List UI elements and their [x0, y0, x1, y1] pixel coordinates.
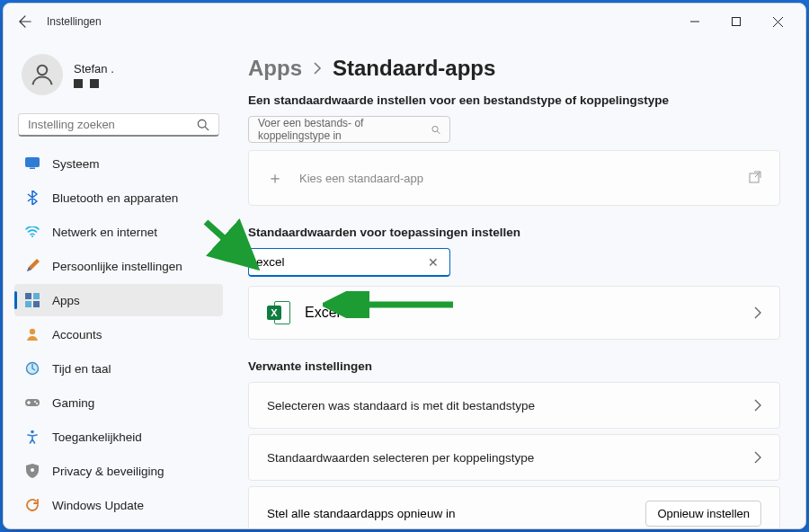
- related-row-linktype[interactable]: Standaardwaarden selecteren per koppelin…: [248, 434, 780, 481]
- reset-row: Stel alle standaardapps opnieuw in Opnie…: [248, 486, 780, 528]
- profile-name: Stefan .: [74, 62, 114, 75]
- section-related-heading: Verwante instellingen: [248, 359, 780, 373]
- nav-label: Accounts: [52, 328, 102, 341]
- choose-default-app[interactable]: ＋ Kies een standaard-app: [248, 150, 780, 206]
- nav-label: Windows Update: [52, 499, 144, 512]
- gaming-icon: [25, 395, 40, 410]
- accessibility-icon: [25, 430, 40, 444]
- display-icon: [25, 156, 40, 171]
- close-button[interactable]: [757, 7, 798, 36]
- minimize-button[interactable]: [674, 7, 716, 36]
- svg-line-6: [205, 127, 209, 130]
- nav-label: Netwerk en internet: [52, 226, 157, 239]
- related-row-filetype[interactable]: Selecteren was standaard is met dit best…: [248, 382, 780, 429]
- sidebar-item-apps[interactable]: Apps: [14, 284, 223, 316]
- filetype-input[interactable]: Voer een bestands- of koppelingstype in: [248, 116, 450, 143]
- choose-label: Kies een standaard-app: [299, 172, 423, 185]
- section-filetype-heading: Een standaardwaarde instellen voor een b…: [248, 93, 780, 107]
- maximize-icon: [732, 17, 741, 26]
- sidebar-item-system[interactable]: Systeem: [14, 147, 223, 180]
- back-button[interactable]: [11, 7, 40, 36]
- row-label: Selecteren was standaard is met dit best…: [267, 399, 535, 412]
- app-result-label: Excel: [305, 305, 340, 321]
- sidebar-item-network[interactable]: Netwerk en internet: [14, 216, 223, 248]
- nav-label: Systeem: [52, 157, 100, 171]
- svg-rect-13: [33, 301, 40, 307]
- window-controls: [674, 7, 798, 36]
- profile-sub: [74, 79, 114, 88]
- close-icon: [773, 17, 783, 27]
- svg-rect-11: [33, 293, 40, 299]
- excel-icon: X: [267, 301, 290, 324]
- person-icon: [29, 61, 56, 88]
- sidebar-item-accounts[interactable]: Accounts: [14, 318, 223, 350]
- update-icon: [25, 498, 40, 512]
- nav-label: Tijd en taal: [52, 362, 111, 376]
- sidebar-item-update[interactable]: Windows Update: [14, 489, 223, 521]
- sidebar-item-accessibility[interactable]: Toegankelijkheid: [14, 421, 223, 453]
- search-icon: [431, 125, 440, 135]
- app-result-excel[interactable]: X Excel: [248, 286, 780, 340]
- chevron-right-icon: [754, 451, 761, 464]
- titlebar: Instellingen: [4, 4, 805, 40]
- svg-point-14: [30, 329, 35, 334]
- app-search[interactable]: ✕: [248, 248, 450, 277]
- breadcrumb-current: Standaard-apps: [333, 56, 495, 81]
- nav-label: Gaming: [52, 396, 94, 410]
- account-icon: [25, 327, 40, 341]
- svg-point-17: [34, 401, 36, 403]
- arrow-left-icon: [19, 15, 31, 28]
- svg-point-21: [432, 126, 438, 131]
- search-icon: [197, 119, 209, 131]
- svg-rect-1: [733, 18, 741, 26]
- minimize-icon: [690, 17, 699, 26]
- chevron-right-icon: [313, 62, 322, 75]
- sidebar-item-personal[interactable]: Persoonlijke instellingen: [14, 250, 223, 282]
- breadcrumb: Apps Standaard-apps: [248, 56, 780, 81]
- plus-icon: ＋: [267, 167, 283, 189]
- clear-button[interactable]: ✕: [424, 255, 442, 270]
- app-search-input[interactable]: [256, 255, 424, 269]
- sidebar-item-time[interactable]: Tijd en taal: [14, 352, 223, 385]
- sidebar-item-privacy[interactable]: Privacy & beveiliging: [14, 455, 223, 487]
- sidebar-item-gaming[interactable]: Gaming: [14, 386, 223, 419]
- sidebar: Stefan . Systeem Bluetooth en apparaten: [4, 40, 230, 528]
- profile[interactable]: Stefan .: [14, 40, 223, 106]
- main: Apps Standaard-apps Een standaardwaarde …: [230, 40, 805, 528]
- open-external-icon: [749, 171, 761, 186]
- chevron-right-icon: [754, 399, 761, 412]
- svg-line-22: [438, 131, 440, 134]
- maximize-button[interactable]: [716, 7, 757, 36]
- settings-search[interactable]: [18, 113, 219, 137]
- svg-point-9: [31, 235, 33, 237]
- bluetooth-icon: [25, 191, 40, 205]
- nav-label: Privacy & beveiliging: [52, 465, 164, 478]
- nav-label: Persoonlijke instellingen: [52, 260, 182, 273]
- avatar: [22, 54, 63, 95]
- svg-point-18: [36, 403, 38, 404]
- svg-point-5: [198, 120, 206, 128]
- breadcrumb-parent[interactable]: Apps: [248, 56, 302, 81]
- svg-point-20: [31, 468, 34, 472]
- svg-rect-10: [25, 293, 31, 299]
- sidebar-item-bluetooth[interactable]: Bluetooth en apparaten: [14, 182, 223, 214]
- nav: Systeem Bluetooth en apparaten Netwerk e…: [14, 147, 223, 521]
- search-input[interactable]: [28, 118, 197, 131]
- row-label: Standaardwaarden selecteren per koppelin…: [267, 451, 534, 465]
- wifi-icon: [25, 225, 40, 239]
- settings-window: Instellingen Stefan .: [3, 3, 806, 529]
- svg-point-19: [31, 430, 34, 434]
- window-title: Instellingen: [47, 15, 102, 28]
- row-label: Stel alle standaardapps opnieuw in: [267, 507, 455, 520]
- nav-label: Toegankelijkheid: [52, 430, 142, 444]
- svg-point-4: [38, 66, 48, 75]
- svg-rect-7: [26, 158, 40, 167]
- svg-rect-12: [25, 301, 31, 307]
- profile-info: Stefan .: [74, 62, 114, 88]
- svg-rect-8: [30, 168, 35, 170]
- content: Stefan . Systeem Bluetooth en apparaten: [4, 40, 805, 528]
- reset-button[interactable]: Opnieuw instellen: [645, 501, 761, 527]
- chevron-right-icon: [754, 306, 761, 319]
- nav-label: Apps: [52, 294, 80, 307]
- filetype-placeholder: Voer een bestands- of koppelingstype in: [258, 117, 431, 142]
